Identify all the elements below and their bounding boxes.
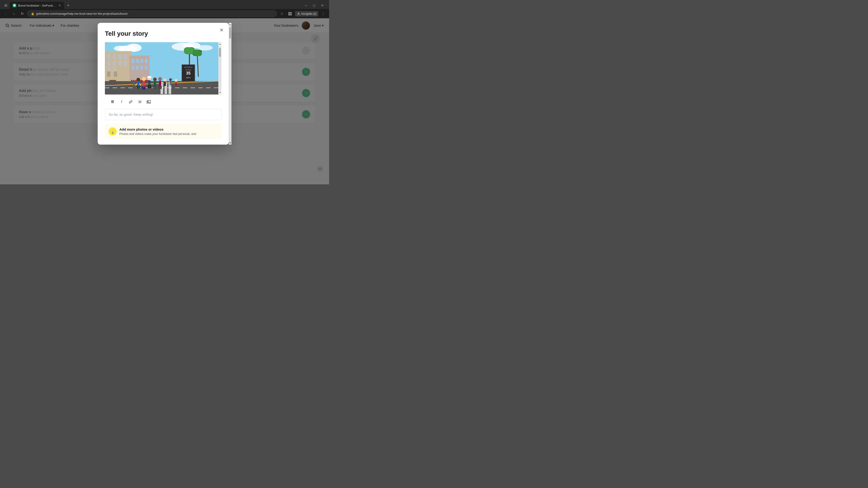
chrome-menu-button[interactable]: ⋮ [320, 11, 327, 17]
svg-rect-2 [288, 14, 290, 15]
tab-title: Boost fundraiser - GoFundMe [18, 4, 56, 7]
url-text: gofundme.com/manage/help-me-fund-raise-f… [36, 12, 273, 15]
svg-rect-76 [150, 85, 151, 88]
editor-content[interactable]: So far, so good. Keep writing! [105, 109, 221, 120]
svg-rect-67 [138, 86, 140, 89]
modal-overlay[interactable]: ✕ Tell your story [0, 18, 329, 184]
svg-rect-75 [148, 85, 149, 88]
svg-rect-41 [141, 66, 143, 70]
incognito-badge: Incognito (2) [295, 11, 318, 17]
scrollbar-thumb[interactable] [219, 48, 221, 57]
image-scrollbar[interactable]: ▲ ▼ [218, 42, 221, 95]
svg-point-14 [197, 45, 213, 51]
svg-rect-39 [131, 66, 134, 70]
svg-rect-40 [136, 66, 139, 70]
svg-point-85 [132, 80, 135, 83]
svg-point-87 [163, 78, 166, 82]
modal-scroll-down[interactable]: ▼ [229, 142, 231, 144]
story-image: 35 MPH MAXIMUM SPEED [105, 42, 218, 95]
svg-rect-88 [164, 82, 166, 86]
modal-title: Tell your story [105, 30, 221, 37]
back-button[interactable]: ‹ [3, 11, 9, 17]
bookmark-button[interactable]: ☆ [279, 11, 285, 17]
svg-rect-80 [155, 86, 156, 89]
tip-icon: 💡 [108, 127, 117, 135]
svg-rect-86 [133, 83, 135, 87]
svg-rect-42 [145, 66, 148, 70]
minimize-button[interactable]: ─ [303, 2, 309, 8]
image-button[interactable] [145, 98, 153, 106]
svg-text:MAXIMUM: MAXIMUM [184, 66, 193, 68]
svg-rect-36 [136, 59, 139, 63]
svg-rect-92 [175, 82, 177, 86]
extensions-button[interactable] [287, 11, 293, 17]
svg-point-68 [142, 77, 146, 81]
svg-rect-38 [145, 59, 148, 63]
svg-rect-79 [153, 86, 155, 89]
svg-point-62 [136, 78, 140, 81]
svg-rect-37 [141, 59, 143, 63]
close-window-button[interactable]: ✕ [319, 2, 326, 8]
svg-rect-74 [148, 80, 151, 85]
tab-bar: Boost fundraiser - GoFundMe ✕ + ─ ◻ ✕ [0, 0, 329, 9]
modal-close-button[interactable]: ✕ [218, 26, 225, 34]
svg-rect-25 [118, 55, 122, 59]
italic-button[interactable]: I [118, 98, 126, 106]
tab-favicon [13, 4, 16, 7]
editor-toolbar: B I [105, 95, 221, 109]
reload-button[interactable]: ↻ [19, 11, 25, 17]
new-tab-button[interactable]: + [65, 2, 71, 8]
svg-point-11 [114, 46, 127, 51]
svg-rect-69 [143, 81, 145, 87]
svg-rect-30 [124, 61, 127, 66]
tip-box: 💡 Add more photos or videos Photos and v… [105, 124, 221, 139]
svg-rect-78 [154, 81, 156, 86]
svg-point-100 [148, 101, 148, 102]
secure-icon: 🔒 [31, 12, 34, 15]
tip-title: Add more photos or videos [119, 127, 196, 131]
svg-rect-83 [158, 86, 160, 89]
tab-close-button[interactable]: ✕ [58, 4, 61, 7]
svg-point-4 [298, 13, 299, 14]
svg-point-77 [153, 77, 157, 81]
url-bar[interactable]: 🔒 gofundme.com/manage/help-me-fund-raise… [27, 10, 277, 17]
svg-rect-82 [159, 80, 161, 86]
modal-body[interactable]: 35 MPH MAXIMUM SPEED [98, 42, 229, 144]
link-button[interactable] [127, 98, 135, 106]
list-button[interactable] [135, 98, 144, 106]
svg-point-91 [175, 79, 178, 82]
modal-scrollbar-thumb[interactable] [229, 27, 231, 38]
modal-container: ✕ Tell your story [98, 23, 231, 144]
modal-scrollbar-track [229, 26, 231, 141]
tip-description: Photos and videos make your fundraiser f… [119, 132, 196, 135]
modal-scroll-up[interactable]: ▲ [229, 23, 231, 26]
svg-rect-63 [137, 81, 140, 86]
svg-rect-71 [144, 87, 145, 90]
address-bar: ‹ › ↻ 🔒 gofundme.com/manage/help-me-fund… [0, 9, 329, 18]
svg-rect-0 [288, 12, 290, 13]
website: Search For individuals ▾ For charities g… [0, 18, 329, 184]
svg-rect-35 [131, 59, 134, 63]
tab-switcher-button[interactable] [3, 2, 9, 8]
tip-content: Add more photos or videos Photos and vid… [119, 127, 196, 135]
scrollbar-down-arrow[interactable]: ▼ [218, 91, 221, 94]
restore-button[interactable]: ◻ [311, 2, 317, 8]
bold-button[interactable]: B [108, 98, 117, 106]
modal-scrollbar[interactable]: ▲ ▼ [229, 23, 231, 144]
svg-rect-66 [137, 86, 138, 89]
active-tab[interactable]: Boost fundraiser - GoFundMe ✕ [10, 2, 64, 9]
browser-chrome: Boost fundraiser - GoFundMe ✕ + ─ ◻ ✕ ‹ … [0, 0, 329, 18]
forward-button[interactable]: › [11, 11, 17, 17]
svg-rect-1 [290, 12, 291, 13]
modal-header: Tell your story [98, 23, 229, 42]
svg-rect-3 [290, 14, 291, 15]
svg-rect-27 [107, 61, 111, 66]
scrollbar-up-arrow[interactable]: ▲ [218, 42, 221, 46]
svg-rect-90 [169, 81, 171, 86]
svg-rect-28 [113, 61, 116, 66]
svg-point-89 [169, 78, 172, 81]
svg-rect-23 [107, 55, 111, 59]
editor-placeholder: So far, so good. Keep writing! [109, 112, 153, 116]
tell-your-story-modal: ✕ Tell your story [98, 23, 229, 144]
svg-point-73 [147, 76, 152, 78]
